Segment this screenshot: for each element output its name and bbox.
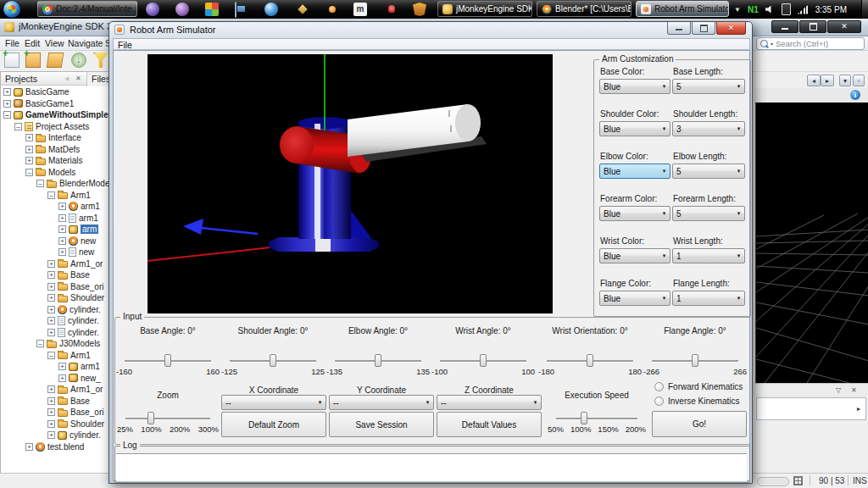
expand-toggle-icon[interactable]: + (47, 271, 55, 279)
expand-toggle-icon[interactable]: – (47, 191, 55, 199)
tree-item[interactable]: + arm1 (1, 201, 108, 213)
forward-kinematics-radio[interactable]: Forward Kinematics (654, 382, 743, 391)
zoom-slider-track[interactable] (125, 418, 210, 420)
minimize-button[interactable] (771, 20, 798, 33)
expand-toggle-icon[interactable]: + (3, 100, 11, 108)
expand-toggle-icon[interactable]: + (3, 88, 11, 96)
close-strip-icon[interactable]: ✕ (851, 386, 857, 394)
expand-toggle-icon[interactable]: + (25, 134, 33, 141)
expand-toggle-icon[interactable]: – (36, 340, 44, 347)
minimize-panel-icon[interactable]: ◃ (65, 75, 69, 83)
zoom-slider-thumb[interactable] (147, 412, 154, 424)
color-select[interactable]: Blue ▾ (599, 79, 670, 94)
y-coordinate-select[interactable]: -- ▾ (329, 395, 434, 410)
z-coordinate-select[interactable]: -- ▾ (437, 395, 542, 410)
save-session-button[interactable]: Save Session (329, 412, 434, 437)
tree-item[interactable]: + new (1, 247, 108, 258)
tree-item[interactable]: + arm1 (1, 361, 108, 373)
property-row[interactable]: ▸ (756, 397, 866, 420)
taskbar-jme-button[interactable]: jMonkeyEngine SDK ... (437, 1, 532, 17)
tree-item[interactable]: + cylinder. (1, 430, 108, 441)
x-coordinate-select[interactable]: -- ▾ (221, 395, 326, 410)
new-project-icon[interactable] (25, 53, 41, 68)
tree-item[interactable]: + cylinder. (1, 327, 108, 339)
color-select[interactable]: Blue ▾ (599, 291, 670, 306)
slider-track[interactable] (652, 360, 738, 363)
expand-toggle-icon[interactable]: + (47, 283, 55, 291)
expand-toggle-icon[interactable]: + (47, 306, 55, 313)
violet-sphere-icon[interactable] (175, 3, 189, 16)
color-select[interactable]: Blue ▾ (599, 206, 670, 221)
expand-toggle-icon[interactable]: + (47, 260, 55, 268)
tree-item[interactable]: + BasicGame (1, 86, 108, 98)
clock[interactable]: 3:35 PM (815, 5, 847, 14)
tree-item[interactable]: + Arm1_or (1, 384, 108, 396)
slider-track[interactable] (125, 360, 211, 363)
nav-back-button[interactable]: ◂ (807, 75, 821, 86)
expand-toggle-icon[interactable]: + (25, 443, 33, 451)
tray-chevron-icon[interactable]: ▼ (734, 6, 741, 14)
tree-item[interactable]: + test.blend (1, 441, 108, 453)
tree-item[interactable]: + Interface (1, 132, 108, 144)
info-icon[interactable]: i (850, 90, 860, 100)
taskbar-robot-arm-button[interactable]: Robot Arm Simulator (636, 1, 729, 17)
expand-toggle-icon[interactable]: + (58, 237, 66, 245)
color-select[interactable]: Blue ▾ (599, 121, 670, 136)
maximize-button[interactable] (799, 20, 826, 33)
slider-track[interactable] (440, 360, 526, 363)
expand-toggle-icon[interactable]: + (47, 397, 55, 405)
speed-slider-thumb[interactable] (581, 412, 587, 424)
tree-item[interactable]: – Project Assets (1, 121, 108, 133)
expand-toggle-icon[interactable]: + (58, 214, 66, 222)
color-blocks-icon[interactable] (205, 3, 219, 16)
tree-item[interactable]: + cylinder. (1, 315, 108, 327)
tree-item[interactable]: + Shoulder (1, 419, 108, 430)
slider-thumb[interactable] (164, 354, 171, 367)
image-viewer-icon[interactable] (235, 2, 236, 18)
dropdown-button[interactable]: ▾ (839, 75, 851, 86)
scene-viewport[interactable] (755, 103, 868, 383)
tree-item[interactable]: – J30Models (1, 338, 108, 350)
tree-item[interactable]: – Arm1 (1, 190, 108, 202)
length-select[interactable]: 1 ▾ (672, 248, 745, 263)
tree-item[interactable]: + arm (1, 224, 108, 236)
show-desktop-button[interactable] (861, 0, 868, 19)
color-select[interactable]: Blue ▾ (599, 248, 670, 263)
slider-thumb[interactable] (375, 354, 381, 367)
update-icon[interactable] (71, 53, 86, 68)
sim-close-button[interactable]: ✕ (716, 22, 746, 35)
tree-item[interactable]: + Base (1, 396, 108, 408)
tree-item[interactable]: + BasicGame1 (1, 98, 108, 110)
tree-item[interactable]: + Shoulder (1, 292, 108, 304)
sim-menu-file[interactable]: File (118, 40, 132, 50)
speed-slider-track[interactable] (556, 418, 637, 420)
expand-toggle-icon[interactable]: + (47, 431, 55, 439)
tree-item[interactable]: + new (1, 236, 108, 247)
purple-sphere-icon[interactable] (146, 3, 159, 16)
length-select[interactable]: 5 ▾ (672, 206, 745, 221)
length-select[interactable]: 5 ▾ (672, 164, 745, 179)
tree-item[interactable]: – Models (1, 167, 108, 179)
expand-toggle-icon[interactable]: + (58, 202, 66, 210)
tree-item[interactable]: + arm1 (1, 213, 108, 225)
search-input[interactable]: ▾ Search (Ctrl+I) (756, 37, 865, 50)
expand-toggle-icon[interactable]: + (47, 294, 55, 302)
expand-toggle-icon[interactable]: – (3, 111, 11, 119)
sim-minimize-button[interactable] (667, 22, 691, 35)
slider-thumb[interactable] (270, 354, 276, 367)
expand-toggle-icon[interactable]: + (25, 157, 33, 164)
expand-toggle-icon[interactable]: + (47, 329, 55, 336)
tree-item[interactable]: – BlenderMode (1, 178, 108, 190)
tree-item[interactable]: + Arm1_or (1, 258, 108, 270)
expand-toggle-icon[interactable]: + (58, 248, 66, 256)
shield-icon[interactable] (413, 3, 426, 16)
tree-item[interactable]: – Arm1 (1, 350, 108, 362)
sim-maximize-button[interactable] (692, 22, 715, 35)
expand-toggle-icon[interactable]: + (47, 420, 55, 428)
network-signal-icon[interactable] (798, 5, 809, 14)
expand-toggle-icon[interactable]: + (47, 385, 55, 393)
start-orb[interactable] (3, 1, 20, 18)
expand-toggle-icon[interactable]: + (47, 408, 55, 416)
blue-globe-icon[interactable] (264, 3, 278, 16)
default-values-button[interactable]: Default Values (437, 412, 542, 437)
